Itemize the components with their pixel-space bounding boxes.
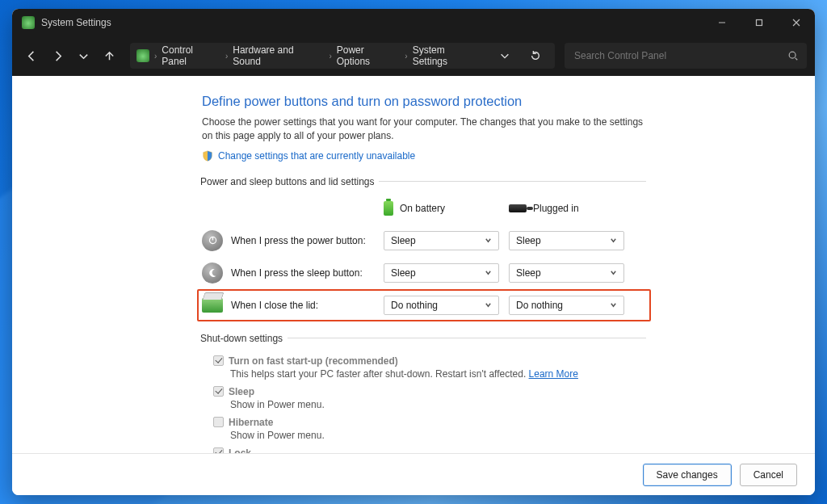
checkbox (213, 417, 224, 427)
col-battery-label: On battery (400, 203, 445, 214)
change-settings-link[interactable]: Change settings that are currently unava… (218, 150, 415, 162)
power-plugged-select[interactable]: Sleep (509, 231, 624, 250)
checkbox (213, 386, 224, 397)
row-label: When I press the power button: (231, 235, 366, 246)
svg-rect-0 (757, 19, 762, 25)
titlebar: System Settings (12, 9, 815, 36)
chevron-right-icon: › (405, 52, 407, 61)
power-icon (202, 230, 223, 251)
breadcrumb-item[interactable]: System Settings (413, 44, 483, 67)
window-title: System Settings (41, 17, 111, 28)
lid-battery-select[interactable]: Do nothing (384, 296, 499, 315)
back-button[interactable] (20, 44, 43, 67)
checkbox (213, 355, 224, 366)
lid-close-row: When I close the lid: Do nothing Do noth… (197, 289, 651, 321)
breadcrumb-icon (136, 49, 149, 62)
chevron-right-icon: › (329, 52, 331, 61)
sleep-option: Sleep (213, 386, 646, 397)
power-battery-select[interactable]: Sleep (384, 231, 499, 250)
learn-more-link[interactable]: Learn More (529, 368, 578, 380)
search-box[interactable] (565, 43, 807, 69)
plug-icon (509, 204, 527, 212)
content-area: Define power buttons and turn on passwor… (12, 76, 815, 453)
breadcrumb-item[interactable]: Power Options (337, 44, 401, 67)
power-buttons-group: Power and sleep buttons and lid settings… (202, 176, 646, 321)
close-button[interactable] (778, 9, 815, 36)
nav-toolbar: › Control Panel › Hardware and Sound › P… (12, 36, 815, 76)
lock-option: Lock (213, 447, 646, 453)
fast-startup-option: Turn on fast start-up (recommended) (213, 355, 646, 367)
page-title: Define power buttons and turn on passwor… (202, 94, 646, 109)
maximize-button[interactable] (741, 9, 778, 36)
row-label: When I close the lid: (231, 300, 318, 311)
search-input[interactable] (573, 49, 787, 62)
cancel-button[interactable]: Cancel (740, 464, 797, 486)
chevron-down-icon (485, 269, 492, 276)
up-button[interactable] (98, 44, 120, 67)
checkbox (213, 447, 224, 453)
chevron-down-icon (610, 269, 617, 276)
refresh-button[interactable] (523, 43, 548, 69)
recent-dropdown[interactable] (72, 44, 94, 67)
group-legend: Power and sleep buttons and lid settings (200, 176, 379, 187)
power-button-row: When I press the power button: Sleep Sle… (202, 225, 646, 257)
chevron-right-icon: › (225, 52, 228, 61)
group-legend: Shut-down settings (200, 333, 288, 344)
breadcrumb[interactable]: › Control Panel › Hardware and Sound › P… (130, 43, 555, 69)
lid-plugged-select[interactable]: Do nothing (509, 296, 624, 315)
svg-point-1 (789, 52, 796, 58)
save-button[interactable]: Save changes (643, 464, 732, 486)
breadcrumb-item[interactable]: Control Panel (162, 44, 220, 67)
row-label: When I press the sleep button: (231, 267, 363, 279)
chevron-down-icon (485, 301, 492, 309)
forward-button[interactable] (46, 44, 69, 67)
search-icon (787, 50, 799, 61)
footer: Save changes Cancel (12, 453, 815, 495)
shield-icon (202, 150, 213, 162)
chevron-down-icon (485, 237, 492, 244)
sleep-button-row: When I press the sleep button: Sleep Sle… (202, 257, 646, 289)
minimize-button[interactable] (703, 9, 741, 36)
page-description: Choose the power settings that you want … (202, 116, 646, 144)
shutdown-settings-group: Shut-down settings Turn on fast start-up… (202, 333, 646, 453)
battery-icon (384, 201, 393, 216)
app-icon (22, 16, 35, 29)
sleep-icon (202, 262, 223, 284)
control-panel-window: System Settings › Control Panel › Hardwa… (12, 9, 815, 495)
hibernate-option: Hibernate (213, 417, 646, 428)
col-plugged-label: Plugged in (533, 203, 579, 214)
sleep-battery-select[interactable]: Sleep (384, 263, 499, 283)
lid-icon (202, 298, 223, 313)
chevron-down-icon (610, 301, 617, 309)
sleep-plugged-select[interactable]: Sleep (509, 263, 624, 283)
chevron-right-icon: › (154, 52, 157, 61)
breadcrumb-item[interactable]: Hardware and Sound (233, 44, 324, 67)
chevron-down-icon (610, 237, 617, 244)
breadcrumb-history-button[interactable] (492, 43, 518, 69)
